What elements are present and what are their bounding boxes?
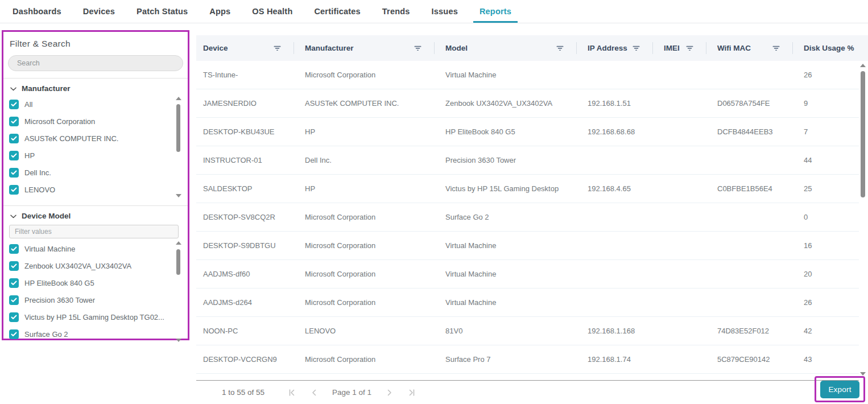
checkbox-checked-icon[interactable] [9, 329, 19, 339]
filter-checkbox-item[interactable]: Dell Inc. [8, 164, 172, 181]
column-header-label: Manufacturer [305, 44, 354, 52]
checkbox-checked-icon[interactable] [9, 295, 19, 305]
checkbox-checked-icon[interactable] [9, 168, 19, 178]
filter-checkbox-item[interactable]: Precision 3630 Tower [8, 291, 172, 308]
table-cell: 192.168.1.74 [576, 355, 652, 364]
chevron-down-icon [10, 212, 16, 220]
column-header[interactable]: Manufacturer [294, 35, 434, 61]
table-row[interactable]: INSTRUCTOR-01Dell Inc.Precision 3630 Tow… [196, 146, 859, 175]
checkbox-checked-icon[interactable] [9, 278, 19, 288]
table-row[interactable]: JAMESNERDIOASUSTeK COMPUTER INC.Zenbook … [196, 89, 859, 118]
search-input[interactable] [8, 55, 183, 71]
checkbox-label: ASUSTeK COMPUTER INC. [24, 134, 118, 143]
filter-checkbox-item[interactable]: All [8, 96, 172, 113]
nav-tab[interactable]: Dashboards [6, 0, 68, 23]
nav-tab[interactable]: Patch Status [130, 0, 194, 23]
column-header[interactable]: Device [196, 35, 294, 61]
table-cell: AADJMS-df60 [196, 270, 294, 278]
nav-tab[interactable]: Devices [77, 0, 121, 23]
table-row[interactable]: TS-Intune-Microsoft CorporationVirtual M… [196, 61, 859, 89]
scroll-down-icon[interactable] [176, 194, 181, 197]
column-header[interactable]: Model [434, 35, 576, 61]
previous-page-button[interactable] [311, 389, 317, 397]
checkbox-label: Precision 3630 Tower [24, 296, 95, 304]
table-cell: HP EliteBook 840 G5 [434, 127, 576, 136]
scroll-up-icon[interactable] [176, 97, 181, 100]
nav-tab[interactable]: Reports [473, 0, 518, 23]
checkbox-checked-icon[interactable] [9, 244, 19, 254]
column-filter-icon[interactable] [633, 46, 640, 51]
scroll-up-icon[interactable] [860, 64, 866, 67]
checkbox-checked-icon[interactable] [9, 312, 19, 322]
filter-checkbox-item[interactable]: HP [8, 147, 172, 164]
column-header[interactable]: Disk Usage % [792, 35, 859, 61]
first-page-button[interactable] [287, 389, 296, 397]
nav-tab-label: Apps [209, 7, 230, 16]
section-header-device-model[interactable]: Device Model [10, 212, 183, 220]
column-filter-icon[interactable] [686, 46, 693, 51]
table-row[interactable]: DESKTOP-VCCRGN9Microsoft CorporationSurf… [196, 345, 859, 374]
scrollbar-thumb[interactable] [861, 71, 865, 197]
model-filter-input[interactable] [9, 225, 179, 238]
filter-checkbox-item[interactable]: Zenbook UX3402VA_UX3402VA [8, 257, 172, 274]
table-cell: Microsoft Corporation [294, 355, 434, 364]
nav-tab[interactable]: Trends [376, 0, 416, 23]
nav-tab[interactable]: Issues [425, 0, 464, 23]
table-body: TS-Intune-Microsoft CorporationVirtual M… [196, 61, 859, 374]
nav-tab-label: Certificates [314, 7, 360, 16]
table-row[interactable]: AADJMS-df60Microsoft CorporationVirtual … [196, 260, 859, 288]
checkbox-checked-icon[interactable] [9, 100, 19, 109]
checkbox-checked-icon[interactable] [9, 261, 19, 271]
next-page-button[interactable] [386, 389, 393, 397]
column-filter-icon[interactable] [556, 46, 564, 51]
scrollbar-thumb[interactable] [176, 249, 180, 275]
filter-checkbox-item[interactable]: HP EliteBook 840 G5 [8, 274, 172, 291]
column-header[interactable]: IP Address [576, 35, 652, 61]
table-cell: 43 [792, 355, 859, 364]
checkbox-checked-icon[interactable] [9, 185, 19, 195]
table-cell: Virtual Machine [434, 298, 576, 307]
filter-checkbox-item[interactable]: Microsoft Corporation [8, 113, 172, 130]
table-row[interactable]: AADJMS-d264Microsoft CorporationVirtual … [196, 288, 859, 317]
table-row[interactable]: SALDESKTOPHPVictus by HP 15L Gaming Desk… [196, 175, 859, 203]
manufacturer-list-scrollbar[interactable] [175, 97, 181, 197]
device-model-list: Virtual Machine Zenbook UX3402VA_UX3402V… [8, 240, 183, 343]
table-scrollbar[interactable] [859, 64, 866, 376]
table-row[interactable]: NOON-PCLENOVO81V0192.168.1.16874D83E52F0… [196, 317, 859, 345]
filter-checkbox-item[interactable]: LENOVO [8, 181, 172, 198]
table-cell: 26 [792, 71, 859, 79]
column-filter-icon[interactable] [414, 46, 421, 51]
export-button[interactable]: Export [820, 381, 859, 398]
section-header-manufacturer[interactable]: Manufacturer [10, 84, 183, 93]
checkbox-label: Zenbook UX3402VA_UX3402VA [24, 262, 131, 270]
column-filter-icon[interactable] [772, 46, 780, 51]
table-cell: HP [294, 184, 434, 193]
table-cell: 16 [792, 241, 859, 250]
export-annotation-box: Export [815, 376, 865, 402]
scroll-down-icon[interactable] [176, 339, 181, 342]
column-filter-icon[interactable] [274, 46, 281, 51]
scroll-down-icon[interactable] [860, 372, 866, 376]
filter-checkbox-item[interactable]: ASUSTeK COMPUTER INC. [8, 130, 172, 147]
column-header[interactable]: Wifi MAC [706, 35, 792, 61]
filter-checkbox-item[interactable]: Victus by HP 15L Gaming Desktop TG02... [8, 308, 172, 325]
scroll-up-icon[interactable] [176, 241, 181, 245]
last-page-button[interactable] [408, 389, 416, 397]
scrollbar-thumb[interactable] [176, 104, 180, 152]
filter-checkbox-item[interactable]: Surface Go 2 [8, 325, 172, 343]
nav-tab[interactable]: Apps [203, 0, 237, 23]
checkbox-checked-icon[interactable] [9, 134, 19, 143]
first-page-icon [287, 389, 296, 397]
table-row[interactable]: DESKTOP-SV8CQ2RMicrosoft CorporationSurf… [196, 203, 859, 232]
table-cell: DCFB4844EEB3 [706, 127, 792, 136]
table-row[interactable]: DESKTOP-S9DBTGUMicrosoft CorporationVirt… [196, 232, 859, 260]
column-header[interactable]: IMEI [652, 35, 706, 61]
nav-tab[interactable]: Certificates [308, 0, 366, 23]
checkbox-checked-icon[interactable] [9, 151, 19, 160]
checkbox-checked-icon[interactable] [9, 117, 19, 126]
nav-tab[interactable]: OS Health [246, 0, 299, 23]
device-model-list-scrollbar[interactable] [175, 241, 181, 342]
nav-tab-label: Reports [480, 7, 511, 16]
table-row[interactable]: DESKTOP-KBU43UEHPHP EliteBook 840 G5192.… [196, 118, 859, 146]
filter-checkbox-item[interactable]: Virtual Machine [8, 240, 172, 257]
